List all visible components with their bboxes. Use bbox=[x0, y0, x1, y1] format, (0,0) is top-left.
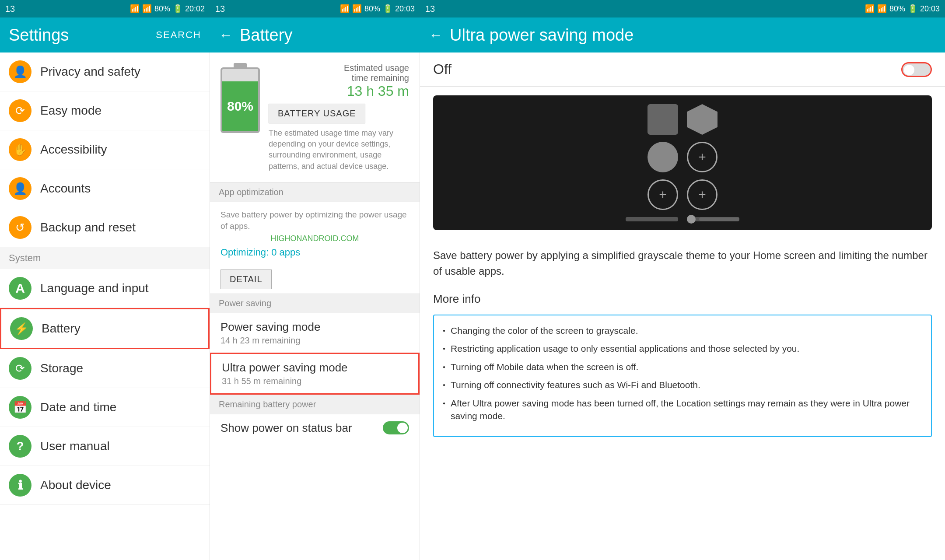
status-app-mid: 13 bbox=[215, 4, 225, 14]
app-opt-desc: Save battery power by optimizing the pow… bbox=[220, 209, 409, 232]
language-icon: A bbox=[9, 277, 32, 300]
preview-bar-2 bbox=[687, 217, 739, 221]
preview-icon-5: + bbox=[648, 179, 678, 210]
preview-icon-6: + bbox=[687, 179, 718, 210]
power-saving-mode-sub: 14 h 23 m remaining bbox=[220, 336, 409, 346]
settings-item-language[interactable]: A Language and input bbox=[0, 269, 210, 308]
battery-note: The estimated usage time may vary depend… bbox=[269, 128, 409, 172]
ultra-power-mode-item[interactable]: Ultra power saving mode 31 h 55 m remain… bbox=[210, 353, 420, 395]
settings-item-accounts[interactable]: 👤 Accounts bbox=[0, 169, 210, 208]
battery-icon-left: 🔋 bbox=[173, 4, 182, 14]
app-opt-section-header: App optimization bbox=[210, 182, 420, 202]
show-power-toggle[interactable] bbox=[383, 421, 409, 434]
time-right: 20:03 bbox=[920, 4, 940, 14]
more-info-item-4: ● Turning off connectivity features such… bbox=[443, 378, 922, 391]
ultra-desc: Save battery power by applying a simplif… bbox=[420, 239, 945, 288]
more-info-item-5: ● After Ultra power saving mode has been… bbox=[443, 397, 922, 423]
ultra-panel: Off + + + S bbox=[420, 52, 945, 560]
battery-header: ← Battery bbox=[210, 18, 420, 52]
battery-percentage: 80% bbox=[227, 99, 253, 114]
battery-fill: 80% bbox=[222, 81, 258, 131]
battery-usage-button[interactable]: BATTERY USAGE bbox=[269, 104, 365, 123]
app-optimization-section: Save battery power by optimizing the pow… bbox=[210, 202, 420, 265]
wifi-icon-mid: 📶 bbox=[340, 4, 350, 14]
about-icon: ℹ bbox=[9, 474, 32, 497]
more-info-item-2: ● Restricting application usage to only … bbox=[443, 342, 922, 355]
settings-item-about[interactable]: ℹ About device bbox=[0, 466, 210, 505]
watermark: HIGHONANDROID.COM bbox=[220, 234, 409, 243]
battery-top-section: 80% Estimated usagetime remaining 13 h 3… bbox=[210, 52, 420, 182]
settings-item-battery[interactable]: ⚡ Battery bbox=[0, 308, 210, 349]
settings-item-easymode[interactable]: ⟳ Easy mode bbox=[0, 91, 210, 130]
about-label: About device bbox=[40, 478, 111, 492]
search-button[interactable]: SEARCH bbox=[156, 29, 201, 41]
show-power-item[interactable]: Show power on status bar bbox=[210, 414, 420, 442]
app-opt-status[interactable]: Optimizing: 0 apps bbox=[220, 247, 409, 258]
ultra-power-mode-sub: 31 h 55 m remaining bbox=[222, 376, 408, 386]
status-bar-left: 13 📶 📶 80% 🔋 20:02 bbox=[0, 0, 210, 18]
more-info-text-4: Turning off connectivity features such a… bbox=[451, 378, 700, 391]
preview-row-1 bbox=[442, 104, 923, 135]
bullet-3: ● bbox=[443, 364, 445, 373]
settings-title: Settings bbox=[9, 26, 69, 45]
battery-status-left: 80% bbox=[154, 4, 170, 14]
bullet-1: ● bbox=[443, 328, 445, 337]
battery-info: Estimated usagetime remaining 13 h 35 m … bbox=[269, 63, 409, 172]
signal-icon-mid: 📶 bbox=[352, 4, 362, 14]
system-section-header: System bbox=[0, 247, 210, 269]
usermanual-label: User manual bbox=[40, 439, 110, 453]
ultra-power-mode-title: Ultra power saving mode bbox=[222, 361, 408, 374]
accessibility-label: Accessibility bbox=[40, 143, 107, 157]
ultra-preview: + + + bbox=[433, 95, 932, 230]
preview-icon-1 bbox=[648, 104, 678, 135]
signal-icon: 📶 bbox=[142, 4, 152, 14]
settings-item-privacy[interactable]: 👤 Privacy and safety bbox=[0, 52, 210, 91]
easymode-icon: ⟳ bbox=[9, 99, 32, 122]
status-bar-mid: 13 📶 📶 80% 🔋 20:03 bbox=[210, 0, 420, 18]
settings-item-backup[interactable]: ↺ Backup and reset bbox=[0, 208, 210, 247]
ultra-off-label: Off bbox=[433, 61, 452, 77]
ultra-header: ← Ultra power saving mode bbox=[420, 18, 945, 52]
estimated-time: 13 h 35 m bbox=[269, 83, 409, 99]
backup-icon: ↺ bbox=[9, 216, 32, 239]
status-bar-right: 13 📶 📶 80% 🔋 20:03 bbox=[420, 0, 945, 18]
preview-icon-4: + bbox=[687, 142, 718, 172]
battery-back-button[interactable]: ← bbox=[219, 27, 233, 43]
preview-bar-1 bbox=[626, 217, 678, 221]
more-info-text-3: Turning off Mobile data when the screen … bbox=[451, 360, 638, 373]
battery-status-right: 80% bbox=[889, 4, 905, 14]
battery-tip bbox=[234, 63, 247, 67]
wifi-icon: 📶 bbox=[130, 4, 140, 14]
preview-row-3: + + bbox=[442, 179, 923, 210]
settings-item-usermanual[interactable]: ? User manual bbox=[0, 427, 210, 466]
battery-label: Battery bbox=[42, 322, 80, 336]
usermanual-icon: ? bbox=[9, 435, 32, 458]
status-icons-mid: 📶 📶 80% 🔋 20:03 bbox=[340, 4, 415, 14]
settings-item-datetime[interactable]: 📅 Date and time bbox=[0, 388, 210, 427]
settings-item-storage[interactable]: ⟳ Storage bbox=[0, 349, 210, 388]
battery-header-title: Battery bbox=[240, 26, 292, 45]
more-info-item-3: ● Turning off Mobile data when the scree… bbox=[443, 360, 922, 373]
bullet-4: ● bbox=[443, 382, 445, 391]
more-info-text-5: After Ultra power saving mode has been t… bbox=[451, 397, 922, 423]
more-info-text-2: Restricting application usage to only es… bbox=[451, 342, 799, 355]
accounts-label: Accounts bbox=[40, 182, 91, 196]
battery-icon-right: 🔋 bbox=[908, 4, 917, 14]
detail-button[interactable]: DETAIL bbox=[220, 270, 272, 289]
power-saving-mode-item[interactable]: Power saving mode 14 h 23 m remaining bbox=[210, 313, 420, 353]
ultra-back-button[interactable]: ← bbox=[429, 27, 443, 43]
bullet-5: ● bbox=[443, 400, 445, 423]
battery-body: 80% bbox=[220, 67, 260, 133]
more-info-box: ● Changing the color of the screen to gr… bbox=[433, 315, 932, 437]
show-power-label: Show power on status bar bbox=[220, 421, 352, 435]
privacy-label: Privacy and safety bbox=[40, 65, 140, 79]
ultra-toggle[interactable] bbox=[901, 62, 932, 77]
status-app-right: 13 bbox=[425, 4, 435, 14]
battery-icon: ⚡ bbox=[10, 317, 33, 340]
more-info-text-1: Changing the color of the screen to gray… bbox=[451, 324, 638, 337]
status-app-left: 13 bbox=[5, 4, 15, 14]
accessibility-icon: ✋ bbox=[9, 138, 32, 161]
more-info-item-1: ● Changing the color of the screen to gr… bbox=[443, 324, 922, 337]
settings-item-accessibility[interactable]: ✋ Accessibility bbox=[0, 130, 210, 169]
more-info-title: More info bbox=[420, 288, 945, 310]
